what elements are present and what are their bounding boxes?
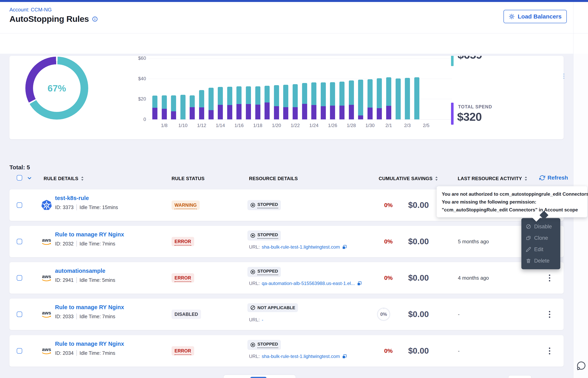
rule-status-badge[interactable]: ERROR <box>172 237 194 246</box>
resource-url-link[interactable]: - <box>262 317 263 323</box>
row-checkbox[interactable] <box>17 202 22 208</box>
bar-savings-1/20[interactable] <box>274 85 279 106</box>
help-chat-icon[interactable] <box>575 360 587 371</box>
bar-savings-2/3[interactable] <box>405 78 410 119</box>
page-size-select[interactable] <box>508 375 531 378</box>
resource-url-link[interactable]: sha-bulk-rule-test-1.lightwingtest.com <box>262 354 340 359</box>
bar-spend-1/15[interactable] <box>227 105 232 119</box>
copy-icon[interactable] <box>342 354 347 359</box>
bar-savings-1/30[interactable] <box>368 79 373 108</box>
copy-icon[interactable] <box>357 281 362 286</box>
row-checkbox[interactable] <box>17 348 22 354</box>
bar-savings-1/28[interactable] <box>349 81 354 105</box>
bar-spend-1/22[interactable] <box>293 107 298 119</box>
select-menu-chevron-icon[interactable] <box>27 176 32 181</box>
bar-spend-1/26[interactable] <box>330 106 335 119</box>
bar-spend-1/30[interactable] <box>368 108 373 119</box>
rule-name-link[interactable]: Rule to manage RY Nginx <box>55 231 124 238</box>
bar-savings-1/29[interactable] <box>358 80 363 115</box>
bar-spend-1/29[interactable] <box>358 115 363 119</box>
bar-savings-1/14[interactable] <box>218 87 223 105</box>
bar-savings-2/4[interactable] <box>414 77 419 119</box>
bar-savings-1/25[interactable] <box>321 82 326 106</box>
bar-spend-1/18[interactable] <box>255 105 260 119</box>
resource-state-badge[interactable]: STOPPED <box>247 200 281 210</box>
row-menu-kebab[interactable] <box>546 309 553 320</box>
bar-spend-1/11[interactable] <box>190 107 195 119</box>
rule-status-badge[interactable]: ERROR <box>172 273 194 283</box>
bar-spend-1/9[interactable] <box>171 111 176 119</box>
row-checkbox[interactable] <box>17 239 22 244</box>
bar-spend-1/23[interactable] <box>302 104 307 119</box>
row-checkbox[interactable] <box>17 311 22 317</box>
resource-url-link[interactable]: qa-automation-alb-515563988.us-east-1.el… <box>262 281 355 286</box>
bar-spend-1/19[interactable] <box>265 102 270 119</box>
bar-spend-1/17[interactable] <box>246 104 251 119</box>
context-menu-item-clone[interactable]: Clone <box>521 232 560 244</box>
select-all-checkbox[interactable] <box>17 175 22 181</box>
bar-spend-1/25[interactable] <box>321 106 326 119</box>
load-balancers-button[interactable]: Load Balancers <box>503 10 567 23</box>
row-menu-kebab[interactable] <box>546 272 553 284</box>
rule-status-badge[interactable]: DISABLED <box>172 310 201 319</box>
bar-spend-2/1[interactable] <box>386 106 391 119</box>
bar-savings-1/10[interactable] <box>180 95 186 119</box>
bar-savings-1/12[interactable] <box>199 90 204 108</box>
breadcrumb-account[interactable]: Account: CCM-NG <box>9 7 52 13</box>
column-header-rule-details[interactable]: RULE DETAILS <box>44 176 84 181</box>
rule-name-link[interactable]: Rule to manage RY Nginx <box>55 341 124 347</box>
bar-savings-1/24[interactable] <box>311 82 316 105</box>
bar-spend-1/20[interactable] <box>274 106 279 119</box>
bar-spend-1/14[interactable] <box>218 105 223 119</box>
bar-spend-1/24[interactable] <box>311 105 316 119</box>
bar-savings-1/17[interactable] <box>246 86 251 104</box>
context-menu-item-disable[interactable]: Disable <box>521 221 560 232</box>
sort-icon[interactable] <box>81 176 84 181</box>
bar-spend-1/31[interactable] <box>377 108 382 119</box>
bar-savings-1/9[interactable] <box>171 95 176 111</box>
bar-savings-1/23[interactable] <box>302 83 307 104</box>
row-checkbox[interactable] <box>17 275 22 281</box>
bar-savings-1/21[interactable] <box>283 85 288 107</box>
bar-spend-1/21[interactable] <box>283 107 288 119</box>
bar-savings-1/13[interactable] <box>208 88 214 110</box>
sort-icon[interactable] <box>435 176 438 181</box>
bar-spend-1/13[interactable] <box>208 110 214 119</box>
bar-savings-1/7[interactable] <box>152 95 157 108</box>
bar-spend-1/27[interactable] <box>339 106 345 119</box>
bar-savings-1/16[interactable] <box>236 86 242 104</box>
bar-savings-1/11[interactable] <box>190 95 195 107</box>
resource-state-badge[interactable]: NOT APPLICABLE <box>247 303 298 312</box>
bar-savings-1/18[interactable] <box>255 86 260 105</box>
bar-savings-1/8[interactable] <box>162 95 167 108</box>
bar-savings-2/2[interactable] <box>396 79 401 119</box>
bar-spend-1/12[interactable] <box>199 107 204 119</box>
column-header-last-resource-activity[interactable]: LAST RESOURCE ACTIVITY <box>458 176 527 181</box>
info-icon[interactable] <box>92 16 98 22</box>
bar-savings-1/15[interactable] <box>227 87 232 105</box>
resource-url-link[interactable]: sha-bulk-rule-test-1.lightwingtest.com <box>262 244 340 250</box>
pagination-active-page[interactable] <box>250 377 267 378</box>
bar-spend-1/16[interactable] <box>236 104 242 119</box>
rule-status-badge[interactable]: WARNING <box>172 201 200 210</box>
copy-icon[interactable] <box>342 244 347 250</box>
bar-savings-1/31[interactable] <box>377 78 382 108</box>
resource-state-badge[interactable]: STOPPED <box>247 340 281 350</box>
rule-name-link[interactable]: test-k8s-rule <box>55 195 89 201</box>
sort-icon[interactable] <box>524 176 527 181</box>
refresh-button[interactable]: Refresh <box>539 175 568 181</box>
column-header-cumulative-savings[interactable]: CUMULATIVE SAVINGS <box>379 176 438 181</box>
rule-status-badge[interactable]: ERROR <box>172 346 194 356</box>
bar-spend-1/8[interactable] <box>162 109 167 119</box>
resource-state-badge[interactable]: STOPPED <box>247 267 281 277</box>
bar-savings-1/26[interactable] <box>330 82 335 106</box>
bar-savings-1/27[interactable] <box>339 82 345 106</box>
bar-savings-2/1[interactable] <box>386 77 391 106</box>
context-menu-item-delete[interactable]: Delete <box>521 255 560 267</box>
row-menu-kebab[interactable] <box>546 345 553 356</box>
bar-spend-1/7[interactable] <box>152 108 157 119</box>
bar-savings-1/22[interactable] <box>293 84 298 107</box>
context-menu-item-edit[interactable]: Edit <box>521 244 560 255</box>
rule-name-link[interactable]: Rule to manage RY Nginx <box>55 304 124 310</box>
bar-savings-1/19[interactable] <box>265 86 270 102</box>
